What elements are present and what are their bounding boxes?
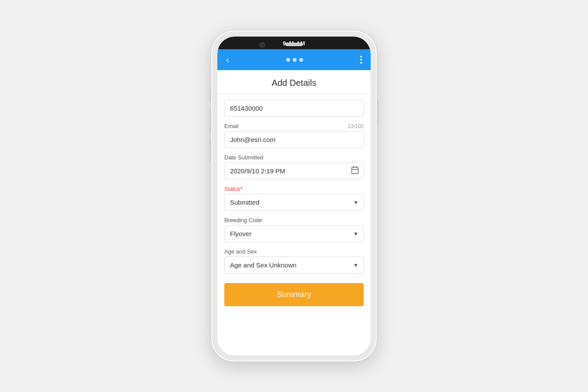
more-dot-3 — [360, 62, 362, 64]
id-field: 651430000 — [224, 100, 364, 117]
calendar-icon[interactable] — [351, 166, 359, 176]
email-label-row: Email 13/100 — [224, 123, 364, 129]
summary-button[interactable]: Summary — [224, 283, 364, 306]
email-label: Email — [224, 123, 239, 129]
svg-rect-0 — [352, 167, 358, 173]
phone-speaker — [285, 43, 303, 46]
back-button[interactable]: ‹ — [224, 54, 231, 66]
age-sex-select[interactable]: Age and Sex Unknown Adult Male Adult Fem… — [224, 257, 364, 274]
nav-dot-1 — [286, 58, 290, 62]
more-dot-1 — [360, 56, 362, 57]
more-dot-2 — [360, 59, 362, 61]
status-select-wrapper: Submitted Draft Approved Rejected ▼ — [224, 194, 364, 211]
status-field-group: Status* Submitted Draft Approved Rejecte… — [224, 186, 364, 211]
back-icon: ‹ — [226, 55, 229, 64]
nav-dot-3 — [299, 58, 303, 62]
content-area: Add Details 651430000 Email 13/100 Date … — [217, 70, 371, 355]
phone-power-button — [377, 100, 378, 126]
phone-volume-down-button — [210, 139, 211, 162]
breeding-label: Breeding Code — [224, 217, 364, 223]
date-wrapper — [224, 162, 364, 179]
status-label-row: Status* — [224, 186, 364, 192]
email-input[interactable] — [224, 131, 364, 148]
phone-device: 9:41 AM ‹ Add Details 651430000 — [211, 30, 377, 362]
status-select[interactable]: Submitted Draft Approved Rejected — [224, 194, 364, 211]
date-label: Date Submitted — [224, 154, 364, 161]
date-input[interactable] — [224, 162, 364, 179]
age-sex-field-group: Age and Sex Age and Sex Unknown Adult Ma… — [224, 248, 364, 274]
form-area: 651430000 Email 13/100 Date Submitted — [217, 95, 371, 355]
age-sex-select-wrapper: Age and Sex Unknown Adult Male Adult Fem… — [224, 257, 364, 274]
email-char-count: 13/100 — [348, 123, 364, 129]
page-title: Add Details — [217, 70, 371, 95]
breeding-select[interactable]: Flyover Nesting Observed — [224, 225, 364, 242]
nav-bar: ‹ — [217, 49, 371, 70]
phone-mute-button — [210, 87, 211, 102]
status-label: Status* — [224, 186, 243, 192]
nav-dot-2 — [293, 58, 297, 62]
age-sex-label: Age and Sex — [224, 248, 364, 255]
breeding-select-wrapper: Flyover Nesting Observed ▼ — [224, 225, 364, 242]
breeding-field-group: Breeding Code Flyover Nesting Observed ▼ — [224, 217, 364, 242]
phone-camera — [259, 42, 265, 48]
date-field-group: Date Submitted — [224, 154, 364, 179]
email-field-group: Email 13/100 — [224, 123, 364, 148]
phone-screen: 9:41 AM ‹ Add Details 651430000 — [217, 37, 371, 355]
phone-volume-up-button — [210, 109, 211, 133]
more-menu-button[interactable] — [358, 54, 364, 65]
nav-dots — [286, 58, 303, 62]
